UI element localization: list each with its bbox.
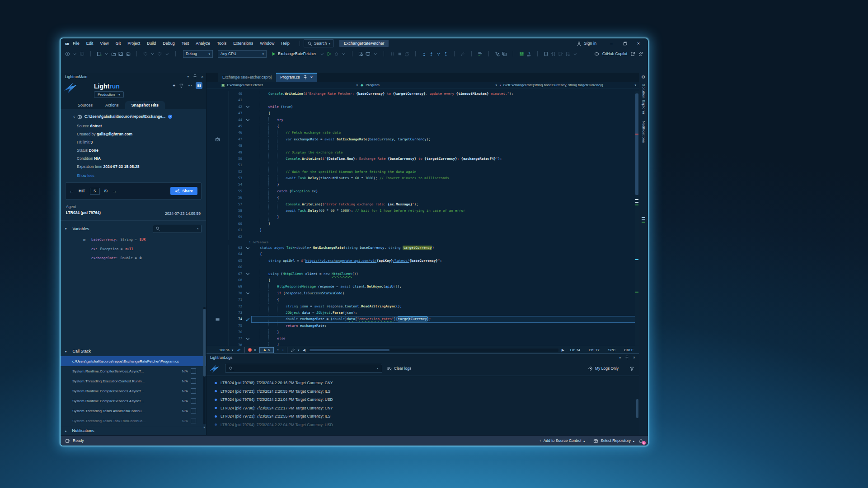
panel-scrollbar[interactable]: ▼ [203, 307, 206, 424]
menu-item-window[interactable]: Window [260, 41, 274, 46]
variable-item[interactable]: ∞baseCurrency:String =EUR [83, 237, 206, 242]
restore-button[interactable] [619, 41, 631, 46]
code-line-47[interactable]: 47var exchangeRate = await GetExchangeRa… [206, 136, 639, 143]
toolbar-step-out-icon[interactable] [443, 50, 448, 58]
frame-checkbox[interactable] [191, 398, 196, 404]
frame-checkbox[interactable] [191, 388, 196, 394]
filter-icon[interactable] [629, 364, 634, 372]
code-line-75[interactable]: 75return exchangeRate; [206, 323, 639, 329]
menu-item-debug[interactable]: Debug [163, 41, 175, 46]
frame-checkbox[interactable] [191, 378, 196, 384]
variable-item[interactable]: exchangeRate:Double =0 [83, 256, 206, 260]
code-line-45[interactable]: 45{ [206, 123, 639, 130]
code-line-72[interactable]: 72string json = await response.Content.R… [206, 303, 639, 310]
editor-scrollbar[interactable] [635, 91, 639, 346]
minimize-button[interactable]: – [605, 41, 617, 46]
toolbar-find-doc-icon[interactable] [358, 50, 363, 58]
breadcrumb-segment-1[interactable]: ◆Program▾ [361, 83, 500, 87]
prev-hit-icon[interactable]: ← [69, 188, 74, 194]
toolbar-chev-icon[interactable] [373, 50, 378, 58]
clear-logs-button[interactable]: Clear logs [387, 366, 411, 371]
code-line-59[interactable]: 59} [206, 214, 639, 220]
window-menu-icon[interactable]: ▾ [188, 75, 189, 78]
code-line-55[interactable]: 55catch (Exception ex) [206, 188, 639, 195]
fold-icon[interactable] [244, 104, 251, 110]
log-entry[interactable]: LTR024 (pid 79764): 7/23/2024 2:21:04 PM… [206, 395, 639, 404]
toolbar-nav-forward-icon[interactable] [80, 50, 84, 58]
toolbar-step-over-icon[interactable] [436, 50, 441, 58]
fold-icon[interactable] [244, 245, 251, 251]
dock-tab-solution-explorer[interactable]: Solution Explorer [642, 84, 646, 115]
my-logs-only-toggle[interactable]: My Logs Only [588, 366, 619, 371]
toolbar-new-item-icon[interactable] [97, 50, 102, 58]
log-entry[interactable]: LTR024 (pid 79723): 7/23/2024 2:21:55 PM… [206, 412, 639, 421]
toolbar-chev-icon[interactable] [341, 50, 346, 58]
code-line-78[interactable]: 78{ [206, 342, 639, 346]
search-box[interactable]: Search ▾ [304, 39, 334, 47]
gear-icon[interactable]: ⚙ [642, 74, 646, 79]
toolbar-nav-back-icon[interactable] [65, 50, 70, 58]
code-line-56[interactable]: 56{ [206, 195, 639, 201]
log-entry[interactable]: LTR024 (pid 79764): 7/23/2024 2:22:04 PM… [206, 421, 639, 429]
toolbar-open-folder-icon[interactable] [111, 50, 116, 58]
feedback-icon[interactable] [638, 51, 643, 56]
fold-icon[interactable] [244, 117, 251, 123]
menu-item-help[interactable]: Help [281, 41, 290, 46]
logs-scrollbar[interactable] [636, 399, 638, 418]
breadcrumb-segment-2[interactable]: ▪GetExchangeRate(string baseCurrency, st… [500, 83, 639, 87]
pin-icon[interactable] [192, 74, 197, 79]
menu-item-project[interactable]: Project [127, 41, 140, 46]
panel-close-icon[interactable]: × [201, 74, 203, 79]
lightrun-pen-icon[interactable] [244, 316, 251, 322]
share-session-icon[interactable] [630, 51, 635, 56]
filter-icon[interactable] [179, 83, 184, 88]
code-line-44[interactable]: 44try [206, 117, 639, 123]
next-hit-icon[interactable]: → [112, 188, 117, 194]
code-line-62[interactable]: 62 [206, 234, 639, 240]
variables-section-header[interactable]: ▾ Variables × [61, 221, 206, 236]
run-button[interactable]: ExchangeRateFetcher [271, 51, 316, 56]
lightrun-editor-icon[interactable] [236, 348, 241, 352]
document-tab-program.cs[interactable]: Program.cs× [276, 73, 317, 82]
fold-icon[interactable] [244, 335, 251, 342]
frame-checkbox[interactable] [191, 408, 196, 414]
close-button[interactable]: × [633, 41, 644, 46]
toolbar-chev-icon[interactable] [164, 50, 169, 58]
call-stack-frame[interactable]: System.Runtime.CompilerServices.AsyncT..… [61, 396, 206, 406]
toolbar-indent-lines-icon[interactable] [519, 50, 524, 58]
code-line-66[interactable]: 66 [206, 264, 639, 270]
call-stack-frame[interactable]: c:\Users\galishalit\source\repos\Exchang… [61, 356, 206, 366]
code-line-64[interactable]: 64{ [206, 251, 639, 257]
code-editor[interactable]: 40Console.WriteLine($"Exchange Rate Fetc… [206, 89, 639, 346]
gutter-actions-menu-icon[interactable] [206, 316, 229, 322]
toolbar-stop-icon[interactable] [397, 50, 402, 58]
code-line-43[interactable]: 43{ [206, 110, 639, 116]
toolbar-undo-icon[interactable] [143, 50, 148, 58]
call-stack-frame[interactable]: System.Threading.ExecutionContext.RunIn.… [61, 376, 206, 386]
code-line-42[interactable]: 42while (true) [206, 104, 639, 110]
code-line-63[interactable]: 63static async Task<double> GetExchangeR… [206, 245, 639, 251]
code-line-46[interactable]: 46// Fetch exchange rate data [206, 130, 639, 136]
code-line-73[interactable]: 73JObject data = JObject.Parse(json); [206, 310, 639, 316]
log-entry[interactable]: LTR024 (pid 79798): 7/23/2024 2:20:16 PM… [206, 379, 639, 387]
codelens-references[interactable]: 1 reference [206, 240, 639, 245]
toolbar-select-debug[interactable]: Debug▾ [183, 50, 213, 58]
collapse-icon[interactable]: ▾ [65, 350, 67, 353]
toolbar-copy-struct-icon[interactable] [502, 50, 507, 58]
hit-index-input[interactable]: 5 [90, 188, 100, 195]
code-line-71[interactable]: 71{ [206, 297, 639, 303]
toolbar-pen-icon[interactable] [460, 50, 465, 58]
code-line-50[interactable]: 50Console.WriteLine($"{DateTime.Now}: Ex… [206, 156, 639, 162]
frame-checkbox[interactable] [191, 418, 196, 423]
document-tab-exchangeratefetcher.csproj[interactable]: ExchangeRateFetcher.csproj [218, 73, 276, 82]
code-cleanup-icon[interactable]: ▾ [291, 348, 300, 353]
horizontal-scrollbar[interactable] [309, 349, 558, 352]
code-line-61[interactable]: 61} [206, 227, 639, 233]
toolbar-chev-icon[interactable] [72, 50, 77, 58]
clear-search-icon[interactable]: × [376, 367, 379, 371]
log-entry[interactable]: LTR024 (pid 79798): 7/23/2024 2:21:17 PM… [206, 404, 639, 413]
tab-sources[interactable]: Sources [71, 101, 99, 109]
call-stack-frame[interactable]: System.Threading.Tasks.AwaitTaskContinu.… [61, 406, 206, 416]
collapse-icon[interactable]: ▾ [65, 227, 67, 230]
notifications-section-header[interactable]: ▸ Notifications [61, 426, 206, 435]
